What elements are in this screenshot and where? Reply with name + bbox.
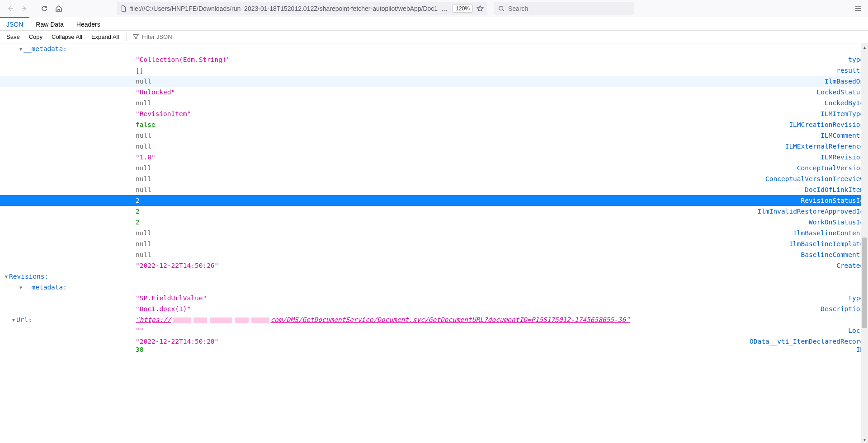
search-icon xyxy=(498,5,505,12)
viewer-tabs: JSON Raw Data Headers xyxy=(0,17,868,31)
action-bar: Save Copy Collapse All Expand All xyxy=(0,31,868,43)
svg-point-0 xyxy=(499,6,503,10)
tab-headers[interactable]: Headers xyxy=(70,17,107,30)
arrow-right-icon xyxy=(21,5,28,12)
filter-input[interactable] xyxy=(142,33,196,40)
home-button[interactable] xyxy=(52,2,65,15)
back-button[interactable] xyxy=(4,2,16,15)
bookmark-star-icon[interactable] xyxy=(476,5,484,12)
tab-json[interactable]: JSON xyxy=(0,17,29,30)
tab-rawdata[interactable]: Raw Data xyxy=(29,17,70,30)
filter-box xyxy=(130,33,198,40)
reload-icon xyxy=(41,5,48,12)
divider xyxy=(126,33,127,41)
browser-toolbar: file:///C:/Users/HNP1FE/Downloads/run_20… xyxy=(0,0,868,17)
filter-icon xyxy=(133,34,139,40)
zoom-badge[interactable]: 120% xyxy=(453,5,473,13)
action-save[interactable]: Save xyxy=(3,33,24,41)
hamburger-menu-button[interactable] xyxy=(852,2,864,15)
home-icon xyxy=(55,5,62,12)
action-expand[interactable]: Expand All xyxy=(88,33,123,41)
search-bar[interactable]: Search xyxy=(494,2,634,15)
url-text: file:///C:/Users/HNP1FE/Downloads/run_20… xyxy=(130,5,449,12)
action-collapse[interactable]: Collapse All xyxy=(48,33,86,41)
reload-button[interactable] xyxy=(38,2,51,15)
forward-button[interactable] xyxy=(18,2,31,15)
url-bar[interactable]: file:///C:/Users/HNP1FE/Downloads/run_20… xyxy=(117,2,487,15)
hamburger-icon xyxy=(854,5,862,12)
search-placeholder: Search xyxy=(508,5,528,12)
file-icon xyxy=(120,5,127,12)
action-copy[interactable]: Copy xyxy=(25,33,46,41)
arrow-left-icon xyxy=(6,5,14,12)
